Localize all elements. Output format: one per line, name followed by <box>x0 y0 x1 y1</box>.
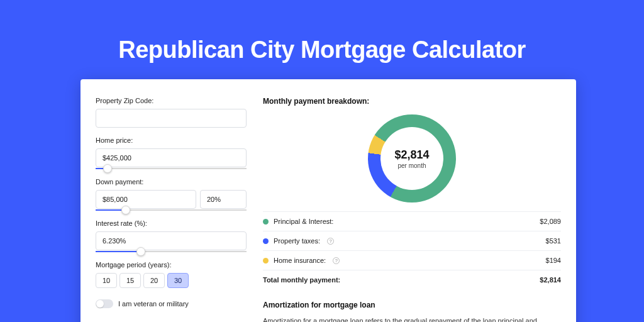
donut-amount: $2,814 <box>394 148 429 162</box>
rate-slider-thumb[interactable] <box>136 247 145 256</box>
legend-row-yellow: Home insurance:?$194 <box>263 250 561 270</box>
period-btn-15[interactable]: 15 <box>119 273 141 288</box>
toggle-knob <box>96 300 104 308</box>
legend-row-blue: Property taxes:?$531 <box>263 231 561 250</box>
results-column: Monthly payment breakdown: $2,814 per mo… <box>263 97 561 322</box>
price-group: Home price: <box>96 136 247 169</box>
legend-label: Home insurance: <box>274 257 326 264</box>
dp-slider-thumb[interactable] <box>121 206 130 214</box>
veteran-row: I am veteran or military <box>96 299 247 308</box>
legend-value: $531 <box>546 237 561 245</box>
price-input[interactable] <box>96 148 247 167</box>
zip-label: Property Zip Code: <box>96 97 247 104</box>
rate-group: Interest rate (%): <box>96 219 247 252</box>
help-icon[interactable]: ? <box>333 257 340 264</box>
legend: Principal & Interest:$2,089Property taxe… <box>263 211 561 270</box>
legend-value: $2,089 <box>540 218 561 225</box>
zip-group: Property Zip Code: <box>96 97 247 128</box>
dp-label: Down payment: <box>96 178 247 186</box>
calculator-card: Property Zip Code: Home price: Down paym… <box>80 79 576 322</box>
period-btn-30[interactable]: 30 <box>167 273 189 288</box>
price-label: Home price: <box>96 136 247 144</box>
veteran-label: I am veteran or military <box>118 300 189 308</box>
donut-center: $2,814 per month <box>380 127 443 190</box>
dp-slider[interactable] <box>96 209 247 211</box>
zip-input[interactable] <box>96 109 247 128</box>
down-payment-percent-input[interactable] <box>200 190 247 209</box>
amortization-title: Amortization for mortgage loan <box>263 301 561 309</box>
donut-chart: $2,814 per month <box>368 114 456 203</box>
page-title: Republican City Mortgage Calculator <box>0 0 644 64</box>
legend-value: $194 <box>546 257 561 264</box>
legend-label: Principal & Interest: <box>274 218 333 225</box>
breakdown-title: Monthly payment breakdown: <box>263 97 561 106</box>
donut-chart-wrap: $2,814 per month <box>263 109 561 211</box>
period-label: Mortgage period (years): <box>96 261 247 269</box>
donut-sub: per month <box>397 162 426 169</box>
blue-swatch-icon <box>263 238 269 244</box>
down-payment-input[interactable] <box>96 190 196 209</box>
total-value: $2,814 <box>540 276 561 284</box>
period-btn-10[interactable]: 10 <box>96 273 117 288</box>
total-row: Total monthly payment: $2,814 <box>263 270 561 289</box>
amortization-text: Amortization for a mortgage loan refers … <box>263 316 561 322</box>
price-slider-thumb[interactable] <box>103 164 112 173</box>
veteran-toggle[interactable] <box>96 299 113 308</box>
rate-input[interactable] <box>96 231 247 250</box>
help-icon[interactable]: ? <box>327 238 334 245</box>
period-options: 10152030 <box>96 273 247 288</box>
period-group: Mortgage period (years): 10152030 <box>96 261 247 288</box>
yellow-swatch-icon <box>263 258 269 264</box>
rate-label: Interest rate (%): <box>96 219 247 227</box>
green-swatch-icon <box>263 219 269 225</box>
down-payment-group: Down payment: <box>96 178 247 211</box>
price-slider[interactable] <box>96 168 247 169</box>
legend-label: Property taxes: <box>274 237 320 245</box>
total-label: Total monthly payment: <box>263 276 340 284</box>
legend-row-green: Principal & Interest:$2,089 <box>263 211 561 231</box>
period-btn-20[interactable]: 20 <box>143 273 165 288</box>
input-column: Property Zip Code: Home price: Down paym… <box>96 97 247 322</box>
rate-slider[interactable] <box>96 251 247 252</box>
